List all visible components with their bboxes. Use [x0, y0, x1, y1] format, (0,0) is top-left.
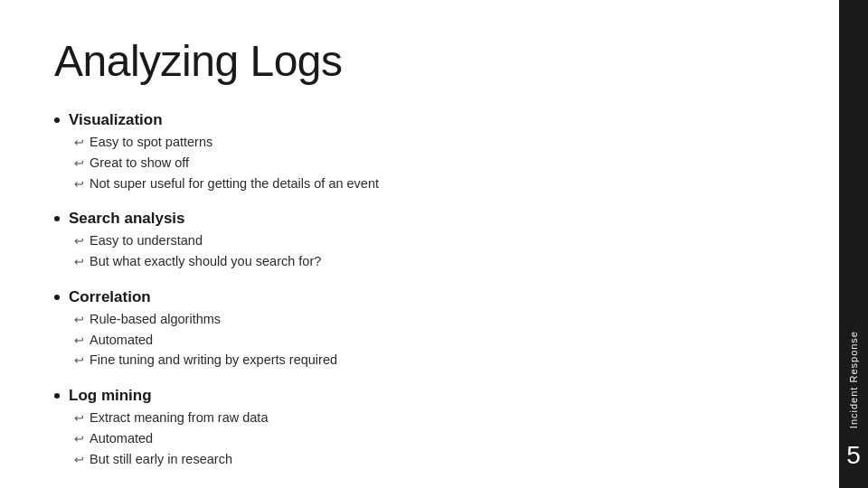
section-title-correlation: Correlation	[69, 288, 151, 306]
list-item: Easy to spot patterns	[74, 133, 794, 153]
page-number: 5	[846, 441, 861, 470]
sub-items-search: Easy to understand But what exactly shou…	[54, 231, 794, 272]
sidebar-label: Incident Response	[848, 331, 859, 428]
bullet-dot-search	[54, 216, 60, 221]
list-item: Great to show off	[74, 154, 794, 174]
section-title-search: Search analysis	[69, 210, 185, 228]
list-item: Automated	[74, 331, 794, 351]
section-correlation: Correlation Rule-based algorithms Automa…	[54, 288, 794, 371]
section-visualization: Visualization Easy to spot patterns Grea…	[54, 111, 794, 193]
sub-bullet-icon	[74, 430, 84, 448]
sub-bullet-icon	[74, 451, 84, 469]
sub-bullet-icon	[74, 155, 84, 173]
sub-bullet-icon	[74, 175, 84, 193]
list-item: Not super useful for getting the details…	[74, 174, 794, 194]
sub-bullet-icon	[74, 134, 84, 152]
list-item: Fine tuning and writing by experts requi…	[74, 351, 794, 371]
sub-items-correlation: Rule-based algorithms Automated Fine tun…	[54, 310, 794, 371]
bullet-dot-correlation	[54, 295, 60, 300]
section-title-log-mining: Log mining	[69, 387, 152, 405]
list-item: Easy to understand	[74, 231, 794, 251]
sub-bullet-icon	[74, 332, 84, 350]
slide-title: Analyzing Logs	[54, 36, 794, 86]
list-item: But what exactly should you search for?	[74, 252, 794, 272]
list-item: But still early in research	[74, 450, 794, 470]
slide-content: Analyzing Logs Visualization Easy to spo…	[0, 0, 839, 488]
sub-items-visualization: Easy to spot patterns Great to show off …	[54, 133, 794, 193]
sub-bullet-icon	[74, 409, 84, 427]
section-search-analysis: Search analysis Easy to understand But w…	[54, 210, 794, 272]
bullet-dot-visualization	[54, 117, 60, 123]
sub-bullet-icon	[74, 311, 84, 329]
section-log-mining: Log mining Extract meaning from raw data…	[54, 387, 794, 469]
bullet-dot-log-mining	[54, 393, 60, 399]
sub-bullet-icon	[74, 253, 84, 271]
list-item: Rule-based algorithms	[74, 310, 794, 330]
list-item: Automated	[74, 429, 794, 449]
section-title-visualization: Visualization	[69, 111, 163, 129]
sub-items-log-mining: Extract meaning from raw data Automated …	[54, 408, 794, 469]
list-item: Extract meaning from raw data	[74, 408, 794, 428]
sub-bullet-icon	[74, 352, 84, 370]
sub-bullet-icon	[74, 232, 84, 250]
sidebar: Incident Response 5	[839, 0, 868, 488]
